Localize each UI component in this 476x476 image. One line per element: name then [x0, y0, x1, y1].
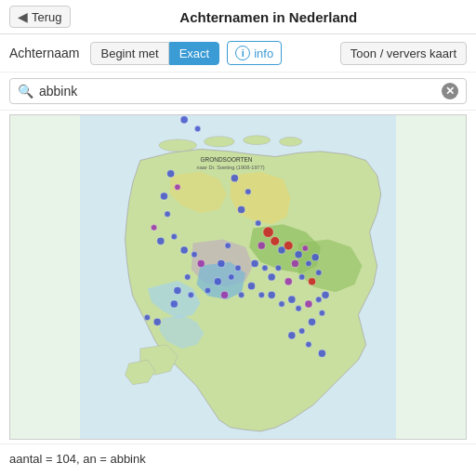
- svg-point-56: [258, 292, 264, 298]
- svg-point-48: [218, 259, 225, 267]
- svg-point-38: [311, 254, 319, 261]
- back-arrow-icon: ◀: [18, 9, 28, 24]
- exact-button[interactable]: Exact: [169, 42, 220, 65]
- svg-point-29: [263, 227, 273, 237]
- svg-point-9: [167, 170, 175, 178]
- svg-point-30: [271, 236, 280, 245]
- svg-point-46: [251, 259, 258, 267]
- svg-point-59: [288, 296, 296, 303]
- search-icon: 🔍: [18, 84, 33, 99]
- svg-point-41: [316, 270, 322, 275]
- svg-point-15: [171, 233, 177, 239]
- svg-point-45: [262, 265, 268, 271]
- svg-point-25: [231, 175, 238, 182]
- svg-point-65: [309, 318, 316, 325]
- svg-point-66: [298, 328, 304, 334]
- svg-point-34: [295, 251, 302, 258]
- status-bar: aantal = 104, an = abbink: [0, 443, 476, 473]
- back-button[interactable]: ◀ Terug: [9, 6, 71, 28]
- svg-point-31: [258, 242, 265, 249]
- svg-point-58: [279, 301, 284, 307]
- search-mode-group: Begint met Exact: [90, 42, 219, 65]
- svg-point-50: [235, 265, 241, 271]
- svg-point-55: [247, 283, 255, 290]
- clear-button[interactable]: ✕: [442, 83, 458, 99]
- svg-point-14: [157, 237, 165, 245]
- search-box: 🔍 ✕: [9, 78, 467, 104]
- svg-point-20: [174, 286, 181, 294]
- svg-point-68: [318, 350, 325, 357]
- svg-point-67: [288, 332, 296, 339]
- svg-point-43: [275, 265, 281, 271]
- svg-point-53: [220, 291, 228, 298]
- svg-point-57: [268, 291, 275, 298]
- netherlands-map: GRONDSOORTEN naar Dr. Soeting (1908-1977…: [10, 115, 466, 439]
- status-text: aantal = 104, an = abbink: [9, 452, 146, 466]
- svg-point-35: [302, 245, 308, 251]
- svg-point-62: [316, 297, 322, 302]
- svg-text:GRONDSOORTEN: GRONDSOORTEN: [201, 156, 253, 163]
- svg-point-1: [159, 139, 196, 152]
- header: ◀ Terug Achternamen in Nederland: [0, 0, 476, 34]
- svg-point-21: [188, 292, 193, 298]
- svg-point-51: [214, 278, 221, 285]
- page-title: Achternamen in Nederland: [71, 9, 467, 25]
- svg-point-16: [180, 246, 188, 254]
- svg-point-4: [280, 137, 302, 146]
- refresh-button[interactable]: Toon / ververs kaart: [340, 42, 467, 65]
- svg-point-49: [229, 274, 234, 280]
- svg-point-27: [238, 205, 245, 213]
- svg-point-61: [305, 300, 312, 308]
- svg-point-13: [151, 225, 156, 231]
- svg-point-22: [170, 300, 178, 308]
- svg-point-18: [197, 259, 205, 267]
- map-container: GRONDSOORTEN naar Dr. Soeting (1908-1977…: [9, 114, 467, 440]
- search-input[interactable]: [39, 84, 442, 99]
- svg-point-10: [175, 184, 180, 190]
- begins-with-button[interactable]: Begint met: [90, 42, 168, 65]
- svg-point-63: [322, 291, 329, 298]
- svg-point-44: [268, 273, 275, 281]
- svg-point-2: [205, 137, 234, 147]
- svg-point-12: [165, 211, 170, 217]
- info-button[interactable]: i info: [227, 41, 282, 65]
- svg-point-52: [205, 287, 210, 293]
- svg-point-33: [284, 241, 293, 250]
- svg-point-40: [309, 278, 316, 285]
- back-label: Terug: [32, 10, 62, 24]
- svg-point-24: [153, 318, 161, 325]
- svg-point-7: [180, 116, 188, 124]
- svg-text:naar Dr. Soeting (1908-1977): naar Dr. Soeting (1908-1977): [196, 165, 264, 170]
- svg-point-60: [296, 306, 301, 311]
- svg-point-11: [160, 192, 167, 200]
- svg-point-39: [298, 274, 304, 280]
- svg-point-42: [284, 278, 292, 285]
- svg-point-3: [244, 136, 271, 145]
- svg-point-64: [319, 310, 324, 315]
- svg-point-19: [185, 274, 191, 280]
- svg-point-37: [306, 260, 311, 266]
- svg-point-8: [194, 126, 200, 131]
- info-icon: i: [235, 46, 250, 60]
- field-label: Achternaam: [9, 46, 79, 60]
- svg-point-17: [192, 252, 197, 258]
- svg-point-47: [225, 243, 231, 248]
- svg-point-26: [245, 189, 251, 194]
- search-row: 🔍 ✕: [0, 73, 476, 111]
- info-label: info: [254, 46, 273, 60]
- svg-point-23: [144, 314, 150, 320]
- toolbar: Achternaam Begint met Exact i info Toon …: [0, 34, 476, 73]
- svg-point-36: [291, 259, 298, 267]
- svg-point-69: [306, 341, 311, 347]
- svg-point-54: [238, 292, 244, 298]
- svg-point-28: [255, 220, 260, 226]
